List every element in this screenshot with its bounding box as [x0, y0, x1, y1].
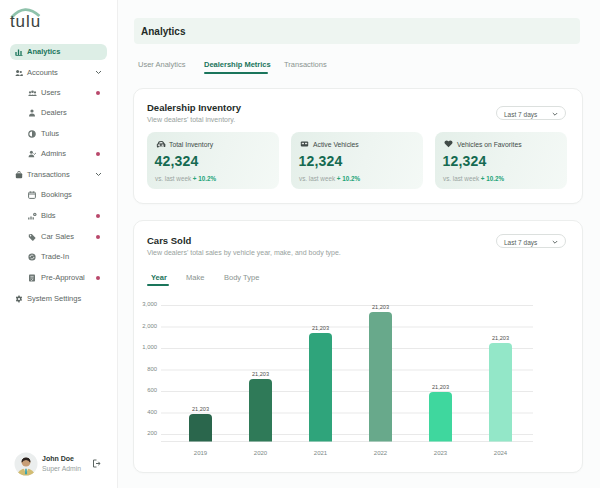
- svg-text:21,203: 21,203: [432, 384, 449, 390]
- svg-text:800: 800: [147, 366, 158, 372]
- svg-text:2023: 2023: [434, 450, 448, 456]
- svg-text:2024: 2024: [494, 450, 508, 456]
- svg-text:21,203: 21,203: [492, 335, 509, 341]
- svg-text:600: 600: [147, 387, 158, 393]
- svg-text:200: 200: [147, 430, 158, 436]
- svg-text:2022: 2022: [374, 450, 388, 456]
- svg-text:2019: 2019: [194, 450, 208, 456]
- svg-text:1,000: 1,000: [142, 344, 157, 350]
- svg-text:400: 400: [147, 409, 158, 415]
- svg-text:21,203: 21,203: [252, 371, 269, 377]
- svg-text:3,000: 3,000: [142, 301, 157, 307]
- svg-text:21,203: 21,203: [192, 406, 209, 412]
- svg-text:2,000: 2,000: [142, 323, 157, 329]
- svg-text:2020: 2020: [254, 450, 268, 456]
- svg-text:2021: 2021: [314, 450, 328, 456]
- svg-text:21,203: 21,203: [372, 304, 389, 310]
- svg-text:21,203: 21,203: [312, 325, 329, 331]
